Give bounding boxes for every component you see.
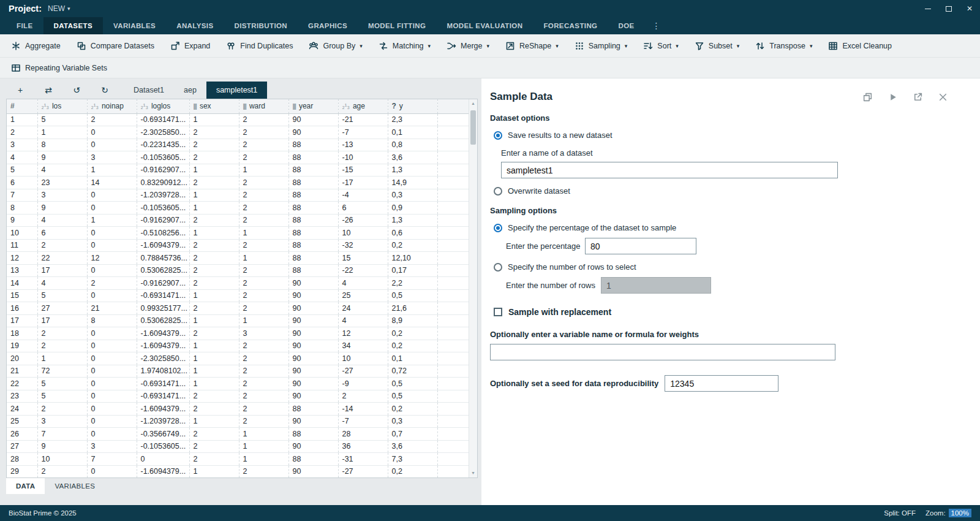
cell[interactable]: -1.2039728...: [137, 189, 189, 202]
cell[interactable]: -31: [338, 453, 388, 466]
cell[interactable]: 12: [87, 252, 137, 265]
cell[interactable]: 0,17: [388, 264, 437, 277]
cell[interactable]: 10: [338, 227, 388, 240]
cell[interactable]: 1: [87, 214, 137, 227]
cell[interactable]: 88: [288, 239, 338, 252]
cell[interactable]: 1: [189, 465, 239, 478]
column-header-ward[interactable]: |||ward: [239, 99, 288, 113]
ribbon-group-by-button[interactable]: Group By▾: [301, 34, 370, 57]
cell[interactable]: 0,5: [388, 289, 437, 302]
cell[interactable]: 2: [37, 239, 87, 252]
cell[interactable]: 2: [189, 302, 239, 315]
cell[interactable]: 2: [37, 465, 87, 478]
cell[interactable]: 90: [288, 378, 338, 390]
cell[interactable]: 2: [239, 189, 288, 202]
cell[interactable]: 2: [239, 289, 288, 302]
cell[interactable]: 88: [288, 403, 338, 416]
seed-input[interactable]: [665, 375, 778, 392]
cell[interactable]: 4: [37, 277, 87, 290]
cell[interactable]: -27: [338, 465, 388, 478]
cell[interactable]: 7: [7, 189, 37, 202]
cell[interactable]: 2: [189, 327, 239, 340]
cell[interactable]: 2: [37, 327, 87, 340]
cell[interactable]: 0,3: [388, 189, 437, 202]
cell[interactable]: 2: [189, 139, 239, 151]
cell[interactable]: 8: [87, 314, 137, 327]
cell[interactable]: 10: [7, 227, 37, 240]
cell[interactable]: -0.1053605...: [137, 440, 189, 453]
cell[interactable]: 2: [239, 465, 288, 478]
cell[interactable]: -22: [338, 264, 388, 277]
cell[interactable]: 36: [338, 440, 388, 453]
cell[interactable]: 4: [7, 151, 37, 164]
cell[interactable]: 0,6: [388, 227, 437, 240]
cell[interactable]: 3: [37, 189, 87, 202]
menu-tab-doe[interactable]: DOE: [608, 17, 644, 34]
cell[interactable]: -13: [338, 139, 388, 151]
cell[interactable]: 1: [189, 352, 239, 365]
cell[interactable]: 1: [239, 428, 288, 441]
cell[interactable]: 0,7: [388, 428, 437, 441]
cell[interactable]: 2: [189, 277, 239, 290]
cell[interactable]: 24: [338, 302, 388, 315]
repeating-variable-sets-button[interactable]: Repeating Variable Sets: [3, 58, 115, 78]
view-tab-data[interactable]: DATA: [6, 478, 45, 494]
cell[interactable]: 0: [87, 126, 137, 139]
cell[interactable]: 7,3: [388, 453, 437, 466]
cell[interactable]: -4: [338, 189, 388, 202]
cell[interactable]: 0,9: [388, 202, 437, 215]
cell[interactable]: 90: [288, 465, 338, 478]
cell[interactable]: 0,1: [388, 352, 437, 365]
cell[interactable]: 14: [87, 177, 137, 189]
cell[interactable]: 2: [239, 277, 288, 290]
cell[interactable]: 2: [189, 428, 239, 441]
cell[interactable]: 90: [288, 314, 338, 327]
ribbon-matching-button[interactable]: Matching▾: [371, 34, 439, 57]
cell[interactable]: -2.3025850...: [137, 352, 189, 365]
cell[interactable]: 0: [87, 378, 137, 390]
ribbon-sampling-button[interactable]: Sampling▾: [567, 34, 636, 57]
menu-tab-analysis[interactable]: ANALYSIS: [166, 17, 224, 34]
cell[interactable]: 9: [7, 214, 37, 227]
weights-input[interactable]: [490, 344, 835, 360]
cell[interactable]: 0.53062825...: [137, 314, 189, 327]
menu-tab-model-fitting[interactable]: MODEL FITTING: [358, 17, 436, 34]
menu-tab-forecasting[interactable]: FORECASTING: [533, 17, 608, 34]
cell[interactable]: 2: [189, 453, 239, 466]
cell[interactable]: 0,2: [388, 403, 437, 416]
cell[interactable]: 5: [37, 390, 87, 403]
ribbon-sort-button[interactable]: Sort▾: [635, 34, 686, 57]
cell[interactable]: 0: [87, 139, 137, 151]
cell[interactable]: -0.3566749...: [137, 428, 189, 441]
cell[interactable]: 1: [189, 164, 239, 177]
cell[interactable]: 0,1: [388, 126, 437, 139]
cell[interactable]: 6: [7, 177, 37, 189]
dataset-tab-dataset1[interactable]: Dataset1: [124, 82, 174, 99]
cell[interactable]: 1: [239, 314, 288, 327]
ribbon-merge-button[interactable]: Merge▾: [439, 34, 497, 57]
cell[interactable]: 2: [239, 302, 288, 315]
cell[interactable]: 0: [87, 403, 137, 416]
cell[interactable]: 8: [37, 139, 87, 151]
cell[interactable]: 13: [7, 264, 37, 277]
undo-button[interactable]: ↺: [62, 82, 91, 99]
overwrite-dataset-radio[interactable]: Overwrite dataset: [494, 186, 980, 196]
cell[interactable]: 22: [37, 252, 87, 265]
cell[interactable]: 0.83290912...: [137, 177, 189, 189]
cell[interactable]: 7: [37, 428, 87, 441]
sample-with-replacement-checkbox[interactable]: Sample with replacement: [494, 307, 980, 317]
cell[interactable]: 34: [338, 340, 388, 352]
cell[interactable]: 90: [288, 126, 338, 139]
cell[interactable]: 4: [338, 277, 388, 290]
cell[interactable]: 2: [189, 126, 239, 139]
cell[interactable]: 3: [87, 151, 137, 164]
refresh-button[interactable]: ⇄: [34, 82, 62, 99]
cell[interactable]: -14: [338, 403, 388, 416]
popout-icon[interactable]: [913, 92, 923, 102]
menu-tab-graphics[interactable]: GRAPHICS: [298, 17, 358, 34]
run-icon[interactable]: [888, 92, 898, 102]
cell[interactable]: 5: [37, 289, 87, 302]
cell[interactable]: 3,6: [388, 151, 437, 164]
cell[interactable]: 4: [338, 314, 388, 327]
cell[interactable]: 28: [338, 428, 388, 441]
